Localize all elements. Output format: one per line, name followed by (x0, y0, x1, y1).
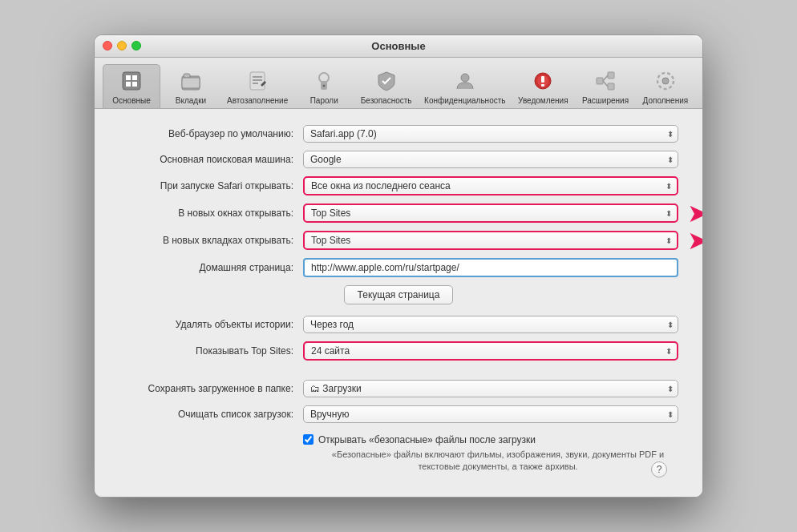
privacy-icon (452, 68, 478, 94)
new-tabs-label: В новых вкладках открывать: (119, 235, 303, 246)
svg-rect-1 (126, 75, 131, 80)
search-engine-select[interactable]: Google (303, 151, 678, 168)
toolbar-item-security[interactable]: Безопасность (354, 65, 418, 108)
safe-files-label: Открывать «безопасные» файлы после загру… (318, 434, 536, 445)
history-row: Удалять объекты истории: Через год (119, 316, 678, 333)
top-sites-row: Показывать Top Sites: 24 сайта (119, 341, 678, 361)
svg-rect-19 (541, 76, 544, 83)
current-page-row: Текущая страница (119, 285, 678, 304)
toolbar-label-security: Безопасность (361, 96, 412, 105)
toolbar-item-notifications[interactable]: Уведомления (512, 65, 575, 108)
svg-rect-8 (250, 72, 265, 90)
svg-rect-4 (132, 82, 137, 87)
safe-files-section: Открывать «безопасные» файлы после загру… (119, 434, 678, 474)
top-sites-select-wrapper: 24 сайта (303, 341, 678, 361)
clear-downloads-select-wrapper: Вручную (303, 405, 678, 423)
homepage-label: Домашняя страница: (119, 262, 303, 273)
svg-rect-22 (608, 72, 614, 79)
toolbar-item-extensions[interactable]: Расширения (576, 65, 635, 108)
toolbar-label-autofill: Автозаполнение (227, 96, 288, 105)
clear-downloads-label: Очищать список загрузок: (119, 409, 303, 420)
toolbar-label-privacy: Конфиденциальность (424, 96, 505, 105)
toolbar-item-tabs[interactable]: Вкладки (162, 65, 220, 108)
startup-row: При запуске Safari открывать: Все окна и… (119, 176, 678, 195)
svg-rect-6 (184, 74, 190, 78)
notifications-icon (530, 68, 556, 94)
toolbar-item-autofill[interactable]: Автозаполнение (221, 65, 293, 108)
preferences-window: Основные Основные (94, 34, 703, 498)
search-engine-control: Google (303, 151, 678, 168)
svg-rect-7 (182, 78, 200, 88)
toolbar-item-passwords[interactable]: Пароли (295, 65, 353, 108)
new-windows-row: В новых окнах открывать: Top Sites ➤ (119, 204, 678, 223)
svg-line-24 (603, 75, 608, 81)
help-row: ? (119, 473, 678, 489)
general-icon (119, 68, 144, 94)
safe-files-sublabel: «Безопасные» файлы включают фильмы, изоб… (303, 449, 678, 474)
help-button[interactable]: ? (651, 461, 667, 478)
new-windows-select[interactable]: Top Sites (305, 205, 677, 221)
extensions-icon (593, 68, 618, 94)
autofill-icon (245, 68, 270, 94)
safe-files-checkbox-row: Открывать «безопасные» файлы после загру… (303, 434, 678, 445)
toolbar-label-extensions: Расширения (582, 96, 629, 105)
downloads-folder-select[interactable]: 🗂 Загрузки (303, 380, 678, 397)
new-tabs-control: Top Sites (303, 231, 678, 250)
clear-downloads-row: Очищать список загрузок: Вручную (119, 405, 678, 423)
safe-files-checkbox[interactable] (303, 434, 314, 445)
history-select[interactable]: Через год (303, 316, 678, 333)
startup-select[interactable]: Все окна из последнего сеанса (305, 178, 677, 194)
svg-rect-20 (541, 84, 544, 87)
startup-control: Все окна из последнего сеанса (303, 176, 678, 195)
svg-line-25 (603, 81, 608, 87)
new-windows-control: Top Sites (303, 204, 678, 223)
clear-downloads-control: Вручную (303, 405, 678, 423)
maximize-button[interactable] (131, 41, 141, 50)
svg-rect-3 (126, 82, 131, 87)
toolbar: Основные Вкладки (95, 58, 702, 109)
browser-select-wrapper: Safari.app (7.0) (303, 125, 678, 143)
clear-downloads-select[interactable]: Вручную (303, 405, 678, 423)
tabs-icon (178, 68, 204, 94)
toolbar-item-privacy[interactable]: Конфиденциальность (419, 65, 511, 108)
search-engine-row: Основная поисковая машина: Google (119, 151, 678, 168)
advanced-icon (653, 68, 678, 94)
svg-rect-23 (608, 83, 614, 90)
current-page-button[interactable]: Текущая страница (344, 285, 454, 304)
search-select-wrapper: Google (303, 151, 678, 168)
svg-rect-0 (123, 72, 140, 90)
svg-rect-21 (597, 78, 603, 84)
homepage-control: http://www.apple.com/ru/startpage/ (303, 258, 678, 277)
toolbar-label-notifications: Уведомления (518, 96, 568, 105)
downloads-folder-control: 🗂 Загрузки (303, 380, 678, 397)
homepage-row: Домашняя страница: http://www.apple.com/… (119, 258, 678, 277)
preferences-content: Веб-браузер по умолчанию: Safari.app (7.… (95, 109, 702, 498)
toolbar-item-advanced[interactable]: Дополнения (637, 65, 694, 108)
new-tabs-select[interactable]: Top Sites (305, 232, 677, 248)
startup-select-wrapper: Все окна из последнего сеанса (303, 176, 678, 195)
svg-point-16 (461, 74, 469, 82)
toolbar-label-general: Основные (112, 96, 150, 105)
toolbar-item-general[interactable]: Основные (103, 64, 160, 108)
security-icon (374, 68, 399, 94)
homepage-input[interactable]: http://www.apple.com/ru/startpage/ (303, 258, 678, 277)
downloads-folder-label: Сохранять загруженное в папке: (119, 383, 303, 394)
new-windows-label: В новых окнах открывать: (119, 208, 303, 219)
svg-point-15 (323, 84, 326, 87)
browser-select[interactable]: Safari.app (7.0) (303, 125, 678, 143)
downloads-folder-select-wrapper: 🗂 Загрузки (303, 380, 678, 397)
arrow-new-windows: ➤ (687, 198, 703, 228)
passwords-icon (311, 68, 337, 94)
minimize-button[interactable] (117, 41, 127, 50)
downloads-folder-row: Сохранять загруженное в папке: 🗂 Загрузк… (119, 380, 678, 397)
history-label: Удалять объекты истории: (119, 319, 303, 330)
browser-row: Веб-браузер по умолчанию: Safari.app (7.… (119, 125, 678, 143)
svg-rect-2 (132, 75, 137, 80)
search-engine-label: Основная поисковая машина: (119, 154, 303, 165)
traffic-lights (103, 41, 141, 50)
startup-label: При запуске Safari открывать: (119, 180, 303, 191)
arrow-new-tabs: ➤ (687, 225, 703, 256)
close-button[interactable] (103, 41, 112, 50)
top-sites-select[interactable]: 24 сайта (305, 343, 677, 359)
svg-point-26 (662, 78, 669, 84)
